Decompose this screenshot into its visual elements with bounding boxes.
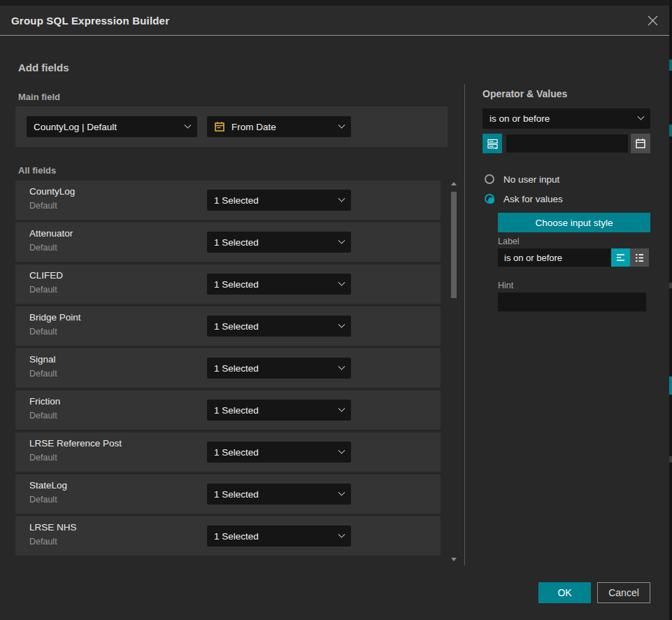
scroll-down-icon[interactable] xyxy=(451,558,457,561)
field-selected-dropdown[interactable]: 1 Selected xyxy=(207,358,351,379)
hint-input[interactable] xyxy=(498,293,646,311)
dialog-title: Group SQL Expression Builder xyxy=(11,6,169,36)
align-left-toggle-button[interactable] xyxy=(611,248,630,267)
field-sublabel: Default xyxy=(29,327,57,337)
main-field-panel: CountyLog | Default From Date xyxy=(15,106,448,147)
chevron-down-icon xyxy=(338,530,345,537)
field-name: Attenuator xyxy=(29,228,73,239)
cancel-button[interactable]: Cancel xyxy=(597,582,650,603)
operator-values-heading: Operator & Values xyxy=(482,88,567,99)
radio-option-label: No user input xyxy=(503,174,559,185)
dialog-header: Group SQL Expression Builder xyxy=(0,6,669,36)
radio-option-label: Ask for values xyxy=(503,194,563,204)
label-field-label: Label xyxy=(498,237,520,246)
field-name: LRSE Reference Post xyxy=(29,438,122,449)
chevron-down-icon xyxy=(338,446,345,453)
radio-option[interactable]: Ask for values xyxy=(482,192,563,205)
field-sublabel: Default xyxy=(29,453,57,463)
date-picker-button[interactable] xyxy=(631,134,650,153)
all-fields-label: All fields xyxy=(18,165,56,176)
field-sublabel: Default xyxy=(29,369,57,379)
radio-icon[interactable] xyxy=(485,174,494,184)
field-selected-value: 1 Selected xyxy=(214,321,259,332)
main-field-label: Main field xyxy=(18,92,60,102)
field-sublabel: Default xyxy=(29,243,57,253)
chevron-down-icon xyxy=(338,279,345,286)
field-row: Attenuator Default 1 Selected xyxy=(15,223,441,262)
operator-dropdown[interactable]: is on or before xyxy=(482,108,650,129)
chevron-down-icon xyxy=(185,121,192,128)
calendar-icon xyxy=(635,138,646,149)
field-selected-dropdown[interactable]: 1 Selected xyxy=(207,526,351,547)
field-selected-value: 1 Selected xyxy=(214,405,259,416)
label-input[interactable] xyxy=(498,248,611,267)
hint-field-label: Hint xyxy=(498,281,513,290)
field-selected-dropdown[interactable]: 1 Selected xyxy=(207,274,351,295)
calendar-icon xyxy=(214,121,225,132)
field-name: Friction xyxy=(29,396,60,407)
field-sublabel: Default xyxy=(29,495,57,505)
field-row: LRSE NHS Default 1 Selected xyxy=(15,516,441,556)
field-name: StateLog xyxy=(29,480,67,491)
field-sublabel: Default xyxy=(29,411,57,421)
field-selected-dropdown[interactable]: 1 Selected xyxy=(207,232,351,253)
scroll-up-icon[interactable] xyxy=(451,182,457,185)
operator-value: is on or before xyxy=(489,113,550,124)
field-name: Bridge Point xyxy=(29,312,81,323)
field-row: StateLog Default 1 Selected xyxy=(15,474,441,514)
stacked-values-icon xyxy=(487,138,499,150)
field-selected-value: 1 Selected xyxy=(214,363,259,374)
chevron-down-icon xyxy=(338,195,345,202)
field-selected-value: 1 Selected xyxy=(214,237,259,248)
list-style-toggle-button[interactable] xyxy=(630,248,649,267)
field-selected-dropdown[interactable]: 1 Selected xyxy=(207,316,351,337)
scrollbar-thumb[interactable] xyxy=(451,192,457,298)
field-sublabel: Default xyxy=(29,201,57,211)
field-name: Signal xyxy=(29,354,56,365)
close-icon[interactable] xyxy=(644,12,661,29)
chevron-down-icon xyxy=(338,237,345,244)
field-sublabel: Default xyxy=(29,537,57,547)
field-selected-value: 1 Selected xyxy=(214,531,259,542)
chevron-down-icon xyxy=(338,362,345,369)
field-row: LRSE Reference Post Default 1 Selected xyxy=(15,432,441,472)
chevron-down-icon xyxy=(338,121,345,128)
group-sql-expression-builder-dialog: Group SQL Expression Builder Add fields … xyxy=(0,6,669,620)
field-row: Bridge Point Default 1 Selected xyxy=(15,307,441,346)
field-selected-value: 1 Selected xyxy=(214,489,259,500)
main-field-layer-dropdown[interactable]: CountyLog | Default xyxy=(27,116,197,137)
align-left-icon xyxy=(615,253,626,263)
field-row: Signal Default 1 Selected xyxy=(15,348,441,388)
choose-input-style-button[interactable]: Choose input style xyxy=(498,213,650,232)
field-selected-value: 1 Selected xyxy=(214,195,259,206)
chevron-down-icon xyxy=(638,113,645,120)
field-selected-dropdown[interactable]: 1 Selected xyxy=(207,400,351,421)
radio-icon[interactable] xyxy=(485,194,494,204)
field-row: Friction Default 1 Selected xyxy=(15,390,441,430)
field-selected-dropdown[interactable]: 1 Selected xyxy=(207,442,351,463)
field-selected-dropdown[interactable]: 1 Selected xyxy=(207,484,351,505)
field-selected-dropdown[interactable]: 1 Selected xyxy=(207,190,351,211)
chevron-down-icon xyxy=(338,404,345,411)
field-name: LRSE NHS xyxy=(29,522,77,533)
radio-option[interactable]: No user input xyxy=(482,173,559,185)
field-selected-value: 1 Selected xyxy=(214,447,259,458)
list-icon xyxy=(634,253,645,263)
list-scrollbar[interactable] xyxy=(450,181,459,563)
field-name: CLIFED xyxy=(29,270,63,281)
main-field-field-value: From Date xyxy=(231,122,276,132)
chevron-down-icon xyxy=(338,488,345,495)
field-sublabel: Default xyxy=(29,285,57,295)
main-field-field-dropdown[interactable]: From Date xyxy=(207,116,351,137)
all-fields-list: CountyLog Default 1 Selected Attenuator … xyxy=(15,181,441,558)
date-value-input[interactable] xyxy=(506,134,628,153)
background-app-sliver xyxy=(669,0,672,620)
multiple-values-button[interactable] xyxy=(482,134,502,153)
chevron-down-icon xyxy=(338,320,345,327)
field-row: CLIFED Default 1 Selected xyxy=(15,265,441,304)
field-row: CountyLog Default 1 Selected xyxy=(15,181,441,220)
field-selected-value: 1 Selected xyxy=(214,279,259,290)
add-fields-heading: Add fields xyxy=(18,62,69,73)
ok-button[interactable]: OK xyxy=(538,582,591,603)
screen: Group SQL Expression Builder Add fields … xyxy=(0,0,672,620)
